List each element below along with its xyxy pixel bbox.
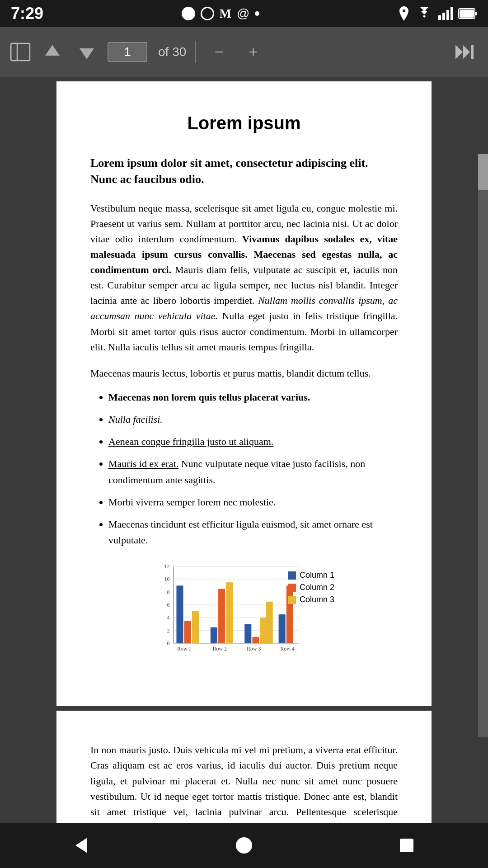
circle-icon-1 <box>182 7 195 20</box>
svg-rect-7 <box>11 43 30 61</box>
location-icon <box>398 5 410 22</box>
svg-rect-1 <box>442 13 445 20</box>
bar-r2-c3 <box>226 583 233 644</box>
legend-label-col1: Column 1 <box>300 571 334 580</box>
svg-text:8: 8 <box>167 589 169 595</box>
svg-rect-14 <box>471 45 474 59</box>
row2-label: Row 2 <box>213 646 227 652</box>
svg-rect-2 <box>446 10 449 20</box>
svg-rect-8 <box>11 43 17 61</box>
more-options-button[interactable] <box>452 38 479 66</box>
bar-r3-c2 <box>252 637 259 643</box>
bar-chart: 0 2 4 6 8 10 12 <box>154 561 307 656</box>
prev-page-button[interactable] <box>39 38 66 66</box>
svg-marker-13 <box>463 45 470 59</box>
page-number-input[interactable] <box>114 45 141 59</box>
page-input-container <box>108 42 147 62</box>
scroll-thumb[interactable] <box>478 154 488 190</box>
sidebar-toggle-button[interactable] <box>9 41 32 63</box>
chart-container: 0 2 4 6 8 10 12 <box>154 561 334 656</box>
row3-label: Row 3 <box>247 646 261 652</box>
back-button[interactable] <box>63 827 99 863</box>
section-heading: Lorem ipsum dolor sit amet, consectetur … <box>90 155 398 188</box>
svg-text:4: 4 <box>167 615 169 621</box>
toolbar: of 30 − + <box>0 27 488 77</box>
bar-r4-c3 <box>266 602 273 643</box>
svg-point-32 <box>236 837 252 854</box>
legend-col2: Column 2 <box>288 583 334 592</box>
legend-label-col3: Column 3 <box>300 595 334 604</box>
status-time: 7:29 <box>11 4 43 23</box>
svg-text:6: 6 <box>167 602 169 608</box>
bottom-navigation <box>0 823 488 868</box>
legend-col1: Column 1 <box>288 571 334 580</box>
recents-button[interactable] <box>389 827 425 863</box>
status-bar: 7:29 M @ <box>0 0 488 27</box>
svg-marker-10 <box>45 45 60 56</box>
svg-text:0: 0 <box>167 641 169 647</box>
toolbar-separator <box>195 41 196 63</box>
paragraph-1: Vestibulum neque massa, scelerisque sit … <box>90 201 398 355</box>
bar-r2-c2 <box>218 589 225 644</box>
legend-label-col2: Column 2 <box>300 583 334 592</box>
bullet-list: Maecenas non lorem quis tellus placerat … <box>108 389 398 548</box>
svg-rect-0 <box>438 15 441 20</box>
bar-r3-c1 <box>244 624 251 644</box>
next-page-button[interactable] <box>73 38 100 66</box>
document-page-1: Lorem ipsum Lorem ipsum dolor sit amet, … <box>56 81 432 706</box>
legend-col3: Column 3 <box>288 595 334 604</box>
bullet-item-6: Maecenas tincidunt est efficitur ligula … <box>108 516 398 548</box>
svg-text:10: 10 <box>164 576 170 583</box>
svg-rect-33 <box>400 839 413 852</box>
signal-icon <box>438 7 453 20</box>
svg-text:2: 2 <box>167 627 169 634</box>
bullet-item-5: Morbi viverra semper lorem nec molestie. <box>108 494 398 510</box>
bar-r2-c1 <box>211 627 217 643</box>
bullet-item-2: Nulla facilisi. <box>108 411 398 427</box>
page-of-label: of 30 <box>158 45 186 59</box>
legend-color-col3 <box>288 596 296 604</box>
gmail-icon: M <box>220 6 231 21</box>
zoom-out-button[interactable]: − <box>205 38 232 66</box>
svg-rect-5 <box>475 12 477 15</box>
svg-marker-11 <box>80 48 94 59</box>
svg-text:12: 12 <box>164 563 170 570</box>
bar-r1-c2 <box>184 621 191 644</box>
svg-rect-6 <box>460 9 474 18</box>
bullet-item-4: Mauris id ex erat. Nunc vulputate neque … <box>108 456 398 487</box>
bullet-item-1: Maecenas non lorem quis tellus placerat … <box>108 389 398 405</box>
legend-color-col2 <box>288 584 296 592</box>
scroll-track[interactable] <box>478 154 488 737</box>
bar-r3-c3 <box>260 618 267 643</box>
svg-marker-12 <box>455 45 463 59</box>
paragraph-2: Maecenas mauris lectus, lobortis et puru… <box>90 366 398 381</box>
legend-color-col1 <box>288 571 296 580</box>
svg-rect-3 <box>450 7 453 20</box>
bar-r4-c1 <box>279 614 286 643</box>
chart-legend: Column 1 Column 2 Column 3 <box>288 571 334 607</box>
circle-icon-2 <box>201 7 214 20</box>
bullet-item-3: Aenean congue fringilla justo ut aliquam… <box>108 434 398 449</box>
document-area: Lorem ipsum Lorem ipsum dolor sit amet, … <box>0 77 488 868</box>
status-icons: M @ <box>182 6 260 21</box>
at-icon: @ <box>237 6 249 21</box>
wifi-icon <box>416 7 433 20</box>
bar-r1-c1 <box>176 586 183 644</box>
svg-marker-31 <box>75 838 87 853</box>
battery-icon <box>458 8 477 19</box>
row4-label: Row 4 <box>280 646 294 652</box>
row1-label: Row 1 <box>177 646 191 652</box>
zoom-in-button[interactable]: + <box>239 38 267 66</box>
home-button[interactable] <box>226 827 262 863</box>
bar-r1-c3 <box>192 611 199 643</box>
status-right-icons <box>398 5 477 22</box>
page-title: Lorem ipsum <box>90 113 398 133</box>
status-dot <box>255 11 259 16</box>
